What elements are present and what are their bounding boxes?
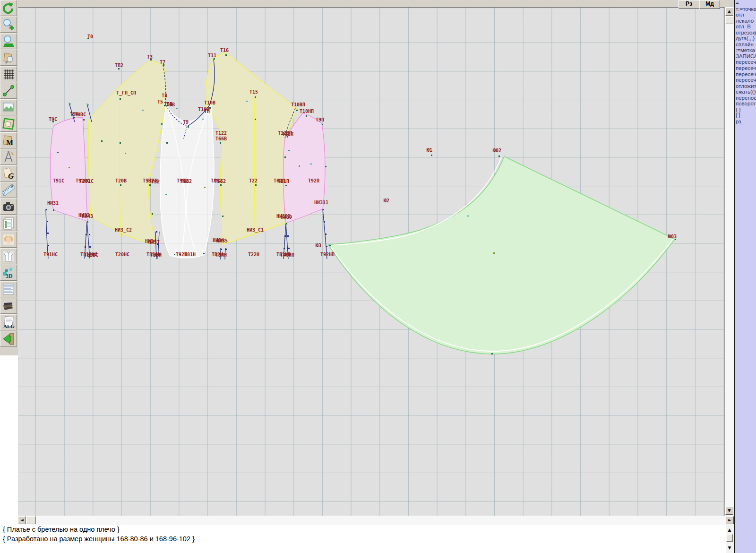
pattern-point <box>329 245 331 246</box>
right-side-panel-piece[interactable] <box>283 113 325 223</box>
pattern-point <box>142 110 144 111</box>
books-icon[interactable] <box>0 298 17 314</box>
panel-command-item[interactable]: т:=точка <box>735 6 756 12</box>
point-label: Т91НС <box>43 252 58 257</box>
panel-command-item[interactable]: рз_ <box>735 119 756 125</box>
point-label: Т12П <box>282 132 293 137</box>
panel-command-item[interactable]: отложит <box>735 83 756 89</box>
point-label: Т8ВС <box>75 112 86 117</box>
zoom-in-icon[interactable] <box>0 17 17 33</box>
pattern-point <box>47 233 49 234</box>
view-piece-icon[interactable] <box>0 50 17 66</box>
pattern-point <box>57 152 59 153</box>
panel-command-item[interactable]: перенос <box>735 95 756 101</box>
garment-icon[interactable] <box>0 248 17 264</box>
point-label: ТВВ2 <box>180 179 192 184</box>
panel-command-item[interactable]: дуга(,,,) <box>735 35 756 42</box>
panel-command-item[interactable]: пересеч <box>735 71 756 78</box>
pattern-point <box>202 119 204 120</box>
panel-command-item[interactable]: [ ] <box>735 112 756 119</box>
panel-command-item[interactable]: пересеч <box>735 65 756 71</box>
md-mode-button[interactable]: Мд <box>699 0 720 9</box>
point-label: НИЗ_С2 <box>115 228 132 233</box>
pattern-drawing <box>18 8 724 516</box>
left-side-panel-piece[interactable] <box>50 117 87 221</box>
pattern-point <box>286 223 287 225</box>
panel-command-item[interactable]: сжать(() <box>735 89 756 95</box>
portrait-icon[interactable] <box>0 232 17 248</box>
panel-command-item[interactable]: пересеч <box>735 59 756 65</box>
piece-g-icon[interactable]: G <box>0 165 17 181</box>
pattern-point <box>46 209 47 210</box>
panel-command-item[interactable]: поворот <box>735 101 756 107</box>
point-label: НИЗ_С1 <box>247 228 264 233</box>
point-label: Т10ВП <box>291 103 305 107</box>
skirt-piece[interactable] <box>328 156 675 354</box>
point-label: Т92П <box>308 179 319 183</box>
canvas-vertical-scrollbar[interactable]: ▲ ▼ <box>724 7 734 516</box>
panel-command-item[interactable]: сплайн_ <box>735 42 756 48</box>
zoom-out-icon[interactable] <box>0 33 17 49</box>
console-scroll-thumb[interactable] <box>726 534 733 542</box>
console-line: { Разработано на размер женщины 168-80-8… <box>0 534 726 544</box>
pattern-point <box>284 248 285 249</box>
grid-icon[interactable] <box>0 66 17 82</box>
document-list-icon[interactable] <box>0 281 17 297</box>
pattern-point <box>149 184 151 186</box>
ruler-icon[interactable]: 78 <box>0 182 17 198</box>
pattern-point <box>323 209 324 210</box>
canvas-horizontal-scrollbar[interactable]: ◄ ► <box>18 516 734 525</box>
pattern-point <box>174 254 175 255</box>
svg-text:8: 8 <box>11 185 13 189</box>
vertical-scroll-thumb[interactable] <box>725 17 733 24</box>
pattern-point <box>306 115 307 117</box>
svg-text:ALG: ALG <box>3 323 15 329</box>
panel-command-item[interactable]: пересеч <box>735 77 756 83</box>
back-bodice-piece[interactable] <box>88 60 166 244</box>
point-label: НИ35 <box>216 239 228 243</box>
panel-command-item[interactable]: лекало <box>735 18 756 24</box>
pattern-point <box>324 221 325 223</box>
pattern-point <box>87 104 89 105</box>
scroll-left-icon[interactable]: ◄ <box>18 516 26 524</box>
point-label: Т7 <box>160 60 165 65</box>
segment-icon[interactable] <box>0 83 17 99</box>
threed-icon[interactable]: 3D <box>0 265 17 281</box>
drawing-canvas[interactable]: Т0ТП2Т3Т7Т_ГЛ_СПТ8Т5Т5ВТ6ВТ11Т16Т15Т10ВТ… <box>18 7 724 516</box>
horizontal-scroll-thumb[interactable] <box>26 516 36 524</box>
piece-m-icon[interactable]: M <box>0 132 17 148</box>
pattern-point <box>225 249 227 250</box>
panel-command-item[interactable]: отл_В <box>735 24 756 30</box>
panel-command-item[interactable]: ЗАПИСА <box>735 53 756 60</box>
pattern-point <box>161 124 163 125</box>
pattern-point <box>69 167 70 168</box>
table-icon[interactable] <box>0 215 17 231</box>
panel-command-item[interactable]: отрезок( <box>735 30 756 36</box>
camera-icon[interactable] <box>0 199 17 215</box>
pattern-point <box>288 248 290 249</box>
console-scrollbar[interactable]: ▲ ▼ <box>726 525 734 553</box>
panel-command-item[interactable]: { } <box>735 107 756 113</box>
panel-command-item[interactable]: = <box>735 0 756 6</box>
panel-command-item[interactable]: :=метка <box>735 47 756 53</box>
exit-icon[interactable] <box>0 331 17 347</box>
point-label: ТБВН <box>150 253 162 258</box>
image-icon[interactable] <box>0 99 17 115</box>
point-label: Т66В <box>215 137 227 141</box>
point-label: Т3 <box>147 55 153 60</box>
console-scroll-up-icon[interactable]: ▲ <box>726 527 733 533</box>
scroll-right-icon[interactable]: ► <box>726 516 734 524</box>
point-label: Т32 <box>151 180 160 184</box>
console-scroll-down-icon[interactable]: ▼ <box>726 544 733 551</box>
point-label: Ю3 <box>316 243 321 248</box>
rz-mode-button[interactable]: Рз <box>679 0 699 9</box>
scroll-down-icon[interactable]: ▼ <box>725 507 733 515</box>
undo-icon[interactable] <box>0 0 17 16</box>
framed-piece-icon[interactable] <box>0 116 17 132</box>
scroll-up-icon[interactable]: ▲ <box>725 8 733 16</box>
alg-icon[interactable]: ALG <box>0 314 17 330</box>
panel-command-item[interactable]: отл <box>735 12 756 18</box>
compass-icon[interactable] <box>0 149 17 165</box>
pattern-point <box>310 164 312 164</box>
svg-text:M: M <box>6 138 13 147</box>
